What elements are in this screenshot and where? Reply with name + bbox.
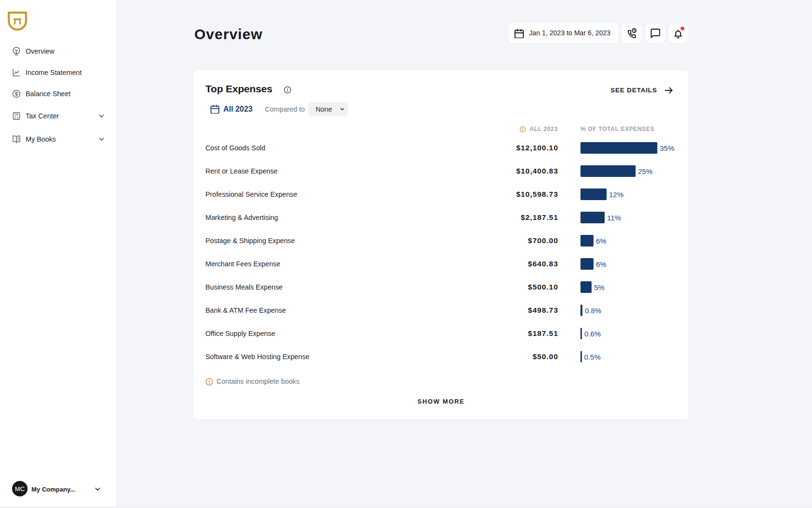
svg-text:$: $ <box>15 91 18 97</box>
